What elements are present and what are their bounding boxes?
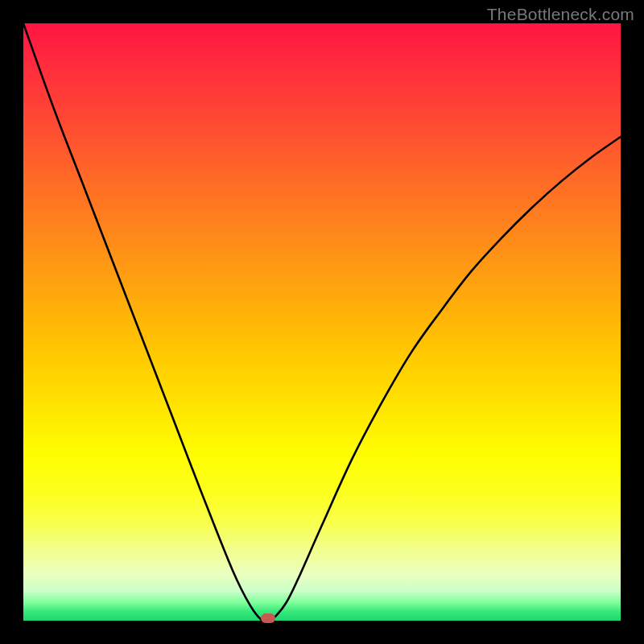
optimum-marker (261, 613, 275, 623)
chart-frame: TheBottleneck.com (0, 0, 644, 644)
curve-path (23, 23, 621, 621)
watermark-text: TheBottleneck.com (487, 5, 634, 24)
plot-area (23, 23, 621, 621)
bottleneck-curve (23, 23, 621, 621)
